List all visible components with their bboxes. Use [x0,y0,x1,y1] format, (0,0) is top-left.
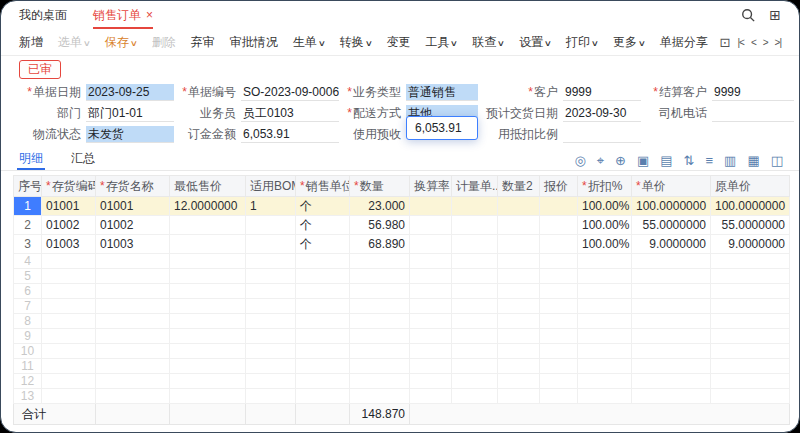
cell-empty[interactable] [410,359,452,374]
cell-conv-rate[interactable] [410,235,452,254]
cell-empty[interactable] [711,254,790,269]
row-number[interactable]: 1 [14,197,42,216]
cell-empty[interactable] [350,359,410,374]
fullscreen-icon[interactable]: ◫ [771,154,783,167]
cell-empty[interactable] [632,344,711,359]
cell-empty[interactable] [540,314,578,329]
cell-qty[interactable]: 56.980 [350,216,410,235]
field-value-advance-received-used[interactable]: 6,053.91 [406,116,478,140]
cell-empty[interactable] [452,314,498,329]
field-value-deposit-amount[interactable]: 6,053.91 [241,126,339,143]
cell-empty[interactable] [540,299,578,314]
cell-empty[interactable] [632,299,711,314]
column-header-qty2[interactable]: 数量2 [498,176,540,197]
column-header-conv-rate[interactable]: 换算率 [410,176,452,197]
cell-discount[interactable]: 100.00% [578,197,632,216]
cell-empty[interactable] [246,374,296,389]
cell-empty[interactable] [42,374,96,389]
cell-empty[interactable] [632,359,711,374]
cell-empty[interactable] [578,284,632,299]
cell-bom[interactable]: 1 [246,197,296,216]
cell-empty[interactable] [42,389,96,404]
tab-sales-order[interactable]: 销售订单 × [93,1,153,29]
table-row-empty[interactable]: 6 [14,284,790,299]
field-value-customer[interactable]: 9999 [563,84,641,101]
cell-empty[interactable] [498,389,540,404]
cell-empty[interactable] [452,359,498,374]
cell-empty[interactable] [452,389,498,404]
locate-icon[interactable]: ⌖ [597,154,604,167]
cell-empty[interactable] [350,329,410,344]
cell-empty[interactable] [96,389,170,404]
cell-empty[interactable] [96,344,170,359]
cell-empty[interactable] [711,344,790,359]
columns-icon[interactable]: ▥ [724,154,736,167]
cell-empty[interactable] [632,254,711,269]
tab-my-desktop[interactable]: 我的桌面 [19,1,67,29]
cell-empty[interactable] [96,269,170,284]
cell-empty[interactable] [96,329,170,344]
cell-sales-unit[interactable]: 个 [296,197,350,216]
cell-empty[interactable] [170,329,246,344]
cell-empty[interactable] [632,389,711,404]
cell-empty[interactable] [96,374,170,389]
toolbar-button-generate-doc[interactable]: 生单∨ [293,34,325,51]
row-number[interactable]: 2 [14,216,42,235]
field-value-deduction-ratio[interactable] [563,126,641,143]
cell-orig-price[interactable]: 9.0000000 [711,235,790,254]
field-value-business-type[interactable]: 普通销售 [406,84,478,101]
cell-empty[interactable] [246,344,296,359]
cell-empty[interactable] [296,389,350,404]
cell-empty[interactable] [96,359,170,374]
toolbar-button-print[interactable]: 打印∨ [566,34,598,51]
tab-detail[interactable]: 明细 [17,148,45,170]
field-value-salesperson[interactable]: 员工0103 [241,105,339,122]
cell-empty[interactable] [578,269,632,284]
cell-empty[interactable] [350,344,410,359]
cell-empty[interactable] [246,314,296,329]
cell-empty[interactable] [540,269,578,284]
cell-empty[interactable] [296,314,350,329]
field-value-settlement-customer[interactable]: 9999 [712,84,794,101]
cell-empty[interactable] [540,254,578,269]
cell-inv-code[interactable]: 01001 [42,197,96,216]
add-row-icon[interactable]: ⊕ [615,154,626,167]
cell-empty[interactable] [170,359,246,374]
cell-empty[interactable] [578,254,632,269]
doc-list-icon[interactable]: ⊡ [720,35,731,50]
cell-empty[interactable] [452,269,498,284]
cell-inv-name[interactable]: 01003 [96,235,170,254]
toolbar-button-approval-status[interactable]: 审批情况 [230,34,278,51]
cell-empty[interactable] [452,254,498,269]
cell-empty[interactable] [632,329,711,344]
cell-empty[interactable] [170,344,246,359]
cell-empty[interactable] [711,299,790,314]
cell-empty[interactable] [540,284,578,299]
field-value-doc-no[interactable]: SO-2023-09-0006 [241,84,339,101]
cell-empty[interactable] [296,254,350,269]
cell-conv-rate[interactable] [410,197,452,216]
field-value-expected-delivery-date[interactable]: 2023-09-30 [563,105,641,122]
cell-empty[interactable] [410,374,452,389]
cell-quote[interactable] [540,235,578,254]
cell-price[interactable]: 100.0000000 [632,197,711,216]
cell-discount[interactable]: 100.00% [578,216,632,235]
cell-empty[interactable] [170,374,246,389]
cell-qty2[interactable] [498,235,540,254]
cell-empty[interactable] [350,299,410,314]
cell-empty[interactable] [246,269,296,284]
column-header-sales-unit[interactable]: *销售单位 [296,176,350,197]
cell-empty[interactable] [42,284,96,299]
cell-empty[interactable] [711,329,790,344]
cell-inv-name[interactable]: 01002 [96,216,170,235]
cell-empty[interactable] [452,284,498,299]
cell-empty[interactable] [578,374,632,389]
column-header-quote[interactable]: 报价 [540,176,578,197]
search-icon[interactable] [741,8,755,22]
table-row-empty[interactable]: 5 [14,269,790,284]
cell-discount[interactable]: 100.00% [578,235,632,254]
cell-empty[interactable] [410,299,452,314]
cell-measure-unit[interactable] [452,216,498,235]
toolbar-button-save[interactable]: 保存∨ [105,34,137,51]
cell-empty[interactable] [711,269,790,284]
